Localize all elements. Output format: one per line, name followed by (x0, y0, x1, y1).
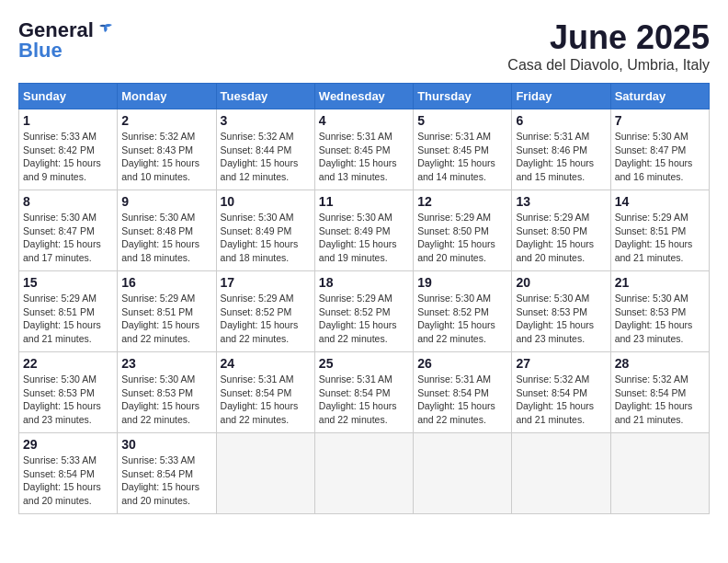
day-number: 15 (23, 275, 113, 290)
calendar-week-row: 22Sunrise: 5:30 AMSunset: 8:53 PMDayligh… (19, 352, 710, 433)
calendar-week-row: 29Sunrise: 5:33 AMSunset: 8:54 PMDayligh… (19, 433, 710, 514)
table-row: 20Sunrise: 5:30 AMSunset: 8:53 PMDayligh… (512, 271, 610, 352)
table-row (512, 433, 610, 514)
day-info: Sunrise: 5:30 AMSunset: 8:49 PMDaylight:… (221, 211, 311, 265)
table-row: 17Sunrise: 5:29 AMSunset: 8:52 PMDayligh… (216, 271, 314, 352)
day-info: Sunrise: 5:29 AMSunset: 8:52 PMDaylight:… (319, 292, 409, 346)
day-info: Sunrise: 5:30 AMSunset: 8:49 PMDaylight:… (319, 211, 409, 265)
table-row: 26Sunrise: 5:31 AMSunset: 8:54 PMDayligh… (414, 352, 512, 433)
day-info: Sunrise: 5:33 AMSunset: 8:54 PMDaylight:… (121, 454, 211, 508)
day-info: Sunrise: 5:33 AMSunset: 8:42 PMDaylight:… (23, 130, 113, 184)
day-number: 23 (121, 356, 211, 371)
day-info: Sunrise: 5:33 AMSunset: 8:54 PMDaylight:… (23, 454, 113, 508)
calendar-table: SundayMondayTuesdayWednesdayThursdayFrid… (18, 83, 710, 514)
table-row: 18Sunrise: 5:29 AMSunset: 8:52 PMDayligh… (314, 271, 413, 352)
calendar-header-friday: Friday (512, 84, 610, 109)
day-number: 8 (23, 194, 113, 209)
day-number: 4 (319, 113, 409, 128)
table-row (314, 433, 413, 514)
day-number: 6 (516, 113, 606, 128)
table-row: 15Sunrise: 5:29 AMSunset: 8:51 PMDayligh… (19, 271, 118, 352)
table-row: 4Sunrise: 5:31 AMSunset: 8:45 PMDaylight… (314, 109, 413, 190)
day-number: 21 (615, 275, 705, 290)
table-row: 19Sunrise: 5:30 AMSunset: 8:52 PMDayligh… (414, 271, 512, 352)
day-info: Sunrise: 5:30 AMSunset: 8:53 PMDaylight:… (516, 292, 606, 346)
month-title: June 2025 (507, 18, 710, 57)
day-info: Sunrise: 5:30 AMSunset: 8:53 PMDaylight:… (121, 373, 211, 427)
day-info: Sunrise: 5:31 AMSunset: 8:46 PMDaylight:… (516, 130, 606, 184)
table-row: 29Sunrise: 5:33 AMSunset: 8:54 PMDayligh… (19, 433, 118, 514)
calendar-header-sunday: Sunday (19, 84, 118, 109)
day-number: 17 (221, 275, 311, 290)
day-number: 27 (516, 356, 606, 371)
table-row: 10Sunrise: 5:30 AMSunset: 8:49 PMDayligh… (216, 190, 314, 271)
table-row: 21Sunrise: 5:30 AMSunset: 8:53 PMDayligh… (610, 271, 709, 352)
page-header: General Blue June 2025 Casa del Diavolo,… (18, 18, 710, 74)
day-info: Sunrise: 5:29 AMSunset: 8:52 PMDaylight:… (221, 292, 311, 346)
calendar-week-row: 1Sunrise: 5:33 AMSunset: 8:42 PMDaylight… (19, 109, 710, 190)
table-row: 9Sunrise: 5:30 AMSunset: 8:48 PMDaylight… (118, 190, 216, 271)
day-info: Sunrise: 5:32 AMSunset: 8:54 PMDaylight:… (615, 373, 705, 427)
table-row: 13Sunrise: 5:29 AMSunset: 8:50 PMDayligh… (512, 190, 610, 271)
day-info: Sunrise: 5:30 AMSunset: 8:52 PMDaylight:… (417, 292, 507, 346)
table-row: 16Sunrise: 5:29 AMSunset: 8:51 PMDayligh… (118, 271, 216, 352)
calendar-header-tuesday: Tuesday (216, 84, 314, 109)
table-row: 24Sunrise: 5:31 AMSunset: 8:54 PMDayligh… (216, 352, 314, 433)
table-row: 3Sunrise: 5:32 AMSunset: 8:44 PMDaylight… (216, 109, 314, 190)
day-number: 12 (417, 194, 507, 209)
day-info: Sunrise: 5:29 AMSunset: 8:51 PMDaylight:… (23, 292, 113, 346)
calendar-header-row: SundayMondayTuesdayWednesdayThursdayFrid… (19, 84, 710, 109)
day-number: 13 (516, 194, 606, 209)
day-number: 1 (23, 113, 113, 128)
day-number: 5 (417, 113, 507, 128)
table-row: 12Sunrise: 5:29 AMSunset: 8:50 PMDayligh… (414, 190, 512, 271)
day-info: Sunrise: 5:32 AMSunset: 8:44 PMDaylight:… (221, 130, 311, 184)
day-info: Sunrise: 5:32 AMSunset: 8:54 PMDaylight:… (516, 373, 606, 427)
table-row: 14Sunrise: 5:29 AMSunset: 8:51 PMDayligh… (610, 190, 709, 271)
table-row (216, 433, 314, 514)
calendar-week-row: 8Sunrise: 5:30 AMSunset: 8:47 PMDaylight… (19, 190, 710, 271)
table-row: 8Sunrise: 5:30 AMSunset: 8:47 PMDaylight… (19, 190, 118, 271)
table-row (414, 433, 512, 514)
table-row: 11Sunrise: 5:30 AMSunset: 8:49 PMDayligh… (314, 190, 413, 271)
calendar-header-monday: Monday (118, 84, 216, 109)
day-number: 19 (417, 275, 507, 290)
table-row: 5Sunrise: 5:31 AMSunset: 8:45 PMDaylight… (414, 109, 512, 190)
day-info: Sunrise: 5:29 AMSunset: 8:50 PMDaylight:… (516, 211, 606, 265)
day-number: 29 (23, 437, 113, 452)
day-info: Sunrise: 5:32 AMSunset: 8:43 PMDaylight:… (121, 130, 211, 184)
day-number: 18 (319, 275, 409, 290)
day-info: Sunrise: 5:30 AMSunset: 8:53 PMDaylight:… (23, 373, 113, 427)
day-number: 11 (319, 194, 409, 209)
day-number: 20 (516, 275, 606, 290)
table-row: 25Sunrise: 5:31 AMSunset: 8:54 PMDayligh… (314, 352, 413, 433)
day-number: 16 (121, 275, 211, 290)
table-row: 28Sunrise: 5:32 AMSunset: 8:54 PMDayligh… (610, 352, 709, 433)
day-info: Sunrise: 5:31 AMSunset: 8:54 PMDaylight:… (319, 373, 409, 427)
table-row: 2Sunrise: 5:32 AMSunset: 8:43 PMDaylight… (118, 109, 216, 190)
calendar-header-saturday: Saturday (610, 84, 709, 109)
logo: General Blue (18, 18, 114, 63)
day-number: 28 (615, 356, 705, 371)
table-row: 1Sunrise: 5:33 AMSunset: 8:42 PMDaylight… (19, 109, 118, 190)
day-number: 24 (221, 356, 311, 371)
day-info: Sunrise: 5:29 AMSunset: 8:51 PMDaylight:… (121, 292, 211, 346)
table-row: 23Sunrise: 5:30 AMSunset: 8:53 PMDayligh… (118, 352, 216, 433)
day-number: 9 (121, 194, 211, 209)
table-row: 27Sunrise: 5:32 AMSunset: 8:54 PMDayligh… (512, 352, 610, 433)
day-number: 2 (121, 113, 211, 128)
day-info: Sunrise: 5:30 AMSunset: 8:53 PMDaylight:… (615, 292, 705, 346)
day-info: Sunrise: 5:30 AMSunset: 8:48 PMDaylight:… (121, 211, 211, 265)
location: Casa del Diavolo, Umbria, Italy (507, 57, 710, 74)
day-number: 7 (615, 113, 705, 128)
calendar-header-wednesday: Wednesday (314, 84, 413, 109)
table-row: 30Sunrise: 5:33 AMSunset: 8:54 PMDayligh… (118, 433, 216, 514)
day-info: Sunrise: 5:29 AMSunset: 8:50 PMDaylight:… (417, 211, 507, 265)
day-info: Sunrise: 5:31 AMSunset: 8:45 PMDaylight:… (417, 130, 507, 184)
logo-blue: Blue (18, 39, 63, 63)
title-section: June 2025 Casa del Diavolo, Umbria, Ital… (507, 18, 710, 74)
day-info: Sunrise: 5:31 AMSunset: 8:54 PMDaylight:… (221, 373, 311, 427)
table-row (610, 433, 709, 514)
day-number: 26 (417, 356, 507, 371)
table-row: 6Sunrise: 5:31 AMSunset: 8:46 PMDaylight… (512, 109, 610, 190)
